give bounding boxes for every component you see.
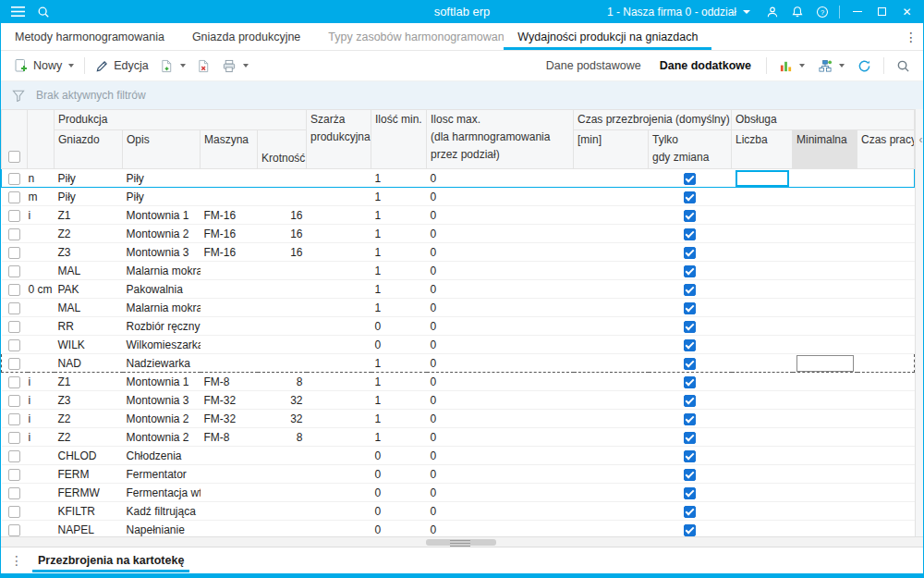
cell-ilosc-min[interactable]: 1	[371, 169, 427, 188]
cell-minimalna[interactable]	[793, 169, 857, 188]
cell-czas-pracy[interactable]	[857, 169, 915, 188]
cell-opis[interactable]: Nadziewarka	[123, 354, 201, 373]
cell-gniazdo[interactable]: Z2	[55, 410, 123, 428]
cell-szarza[interactable]	[307, 280, 371, 299]
column-krotnosc[interactable]: Krotność	[258, 130, 307, 169]
select-all-checkbox[interactable]	[8, 151, 20, 163]
view-additional-data-button[interactable]: Dane dodatkowe	[651, 54, 760, 78]
row-select-cell[interactable]	[2, 169, 28, 188]
row-checkbox[interactable]	[8, 395, 20, 407]
active-cell-editor[interactable]	[736, 170, 789, 187]
cell-szarza[interactable]	[307, 317, 371, 336]
cell-gniazdo[interactable]: NAD	[55, 354, 123, 373]
cell-tylko-gdy-zmiana[interactable]	[649, 225, 732, 243]
cell-szarza[interactable]	[307, 502, 371, 521]
cell-liczba[interactable]	[732, 299, 793, 317]
cell-czas-min[interactable]	[574, 206, 649, 225]
edit-button[interactable]: Edycja	[90, 54, 154, 78]
cell-tylko-gdy-zmiana[interactable]	[649, 521, 732, 537]
column-tylko-gdy-zmiana[interactable]: Tylko gdy zmiana	[649, 130, 732, 169]
user-button[interactable]	[760, 0, 784, 23]
cell-ilosc-min[interactable]: 1	[371, 373, 427, 391]
table-row[interactable]: iZ3Montownia 3FM-323210	[2, 391, 915, 410]
cell-szarza[interactable]	[307, 225, 371, 243]
table-row[interactable]: iZ2Montownia 2FM-8810	[2, 428, 915, 447]
cell-opis[interactable]: Fermentator	[123, 465, 201, 484]
cell-gniazdo[interactable]: FERM	[55, 465, 123, 484]
table-row[interactable]: Z3Montownia 3FM-161610	[2, 243, 915, 262]
cell-szarza[interactable]	[307, 465, 371, 484]
cell-ilosc-max[interactable]: 0	[427, 410, 574, 428]
cell-tylko-gdy-zmiana[interactable]	[649, 484, 732, 502]
cell-czas-min[interactable]	[574, 262, 649, 280]
cell-ilosc-max[interactable]: 0	[427, 373, 574, 391]
cell-liczba[interactable]	[732, 428, 793, 447]
bottom-tabs-menu-button[interactable]: ⋮	[1, 547, 32, 573]
cell-szarza[interactable]	[307, 354, 371, 373]
cell-ilosc-max[interactable]: 0	[427, 502, 574, 521]
cell-liczba[interactable]	[732, 391, 793, 410]
row-select-cell[interactable]	[2, 484, 28, 502]
row-checkbox[interactable]	[8, 432, 20, 444]
cell-ilosc-max[interactable]: 0	[427, 354, 574, 373]
cell-krotnosc[interactable]: 16	[258, 243, 307, 262]
company-selector[interactable]: 1 - Nasza firma 0 - oddział	[598, 0, 760, 23]
cell-maszyna[interactable]	[201, 447, 258, 465]
cell-czas-min[interactable]	[574, 428, 649, 447]
cell-czas-pracy[interactable]	[857, 391, 915, 410]
cell-ilosc-min[interactable]: 0	[371, 465, 427, 484]
cell-tylko-gdy-zmiana[interactable]	[649, 206, 732, 225]
cell-maszyna[interactable]: FM-8	[201, 428, 258, 447]
cell-gniazdo[interactable]: PAK	[55, 280, 123, 299]
maximize-button[interactable]	[869, 0, 894, 23]
cell-czas-min[interactable]	[574, 317, 649, 336]
cell-tylko-gdy-zmiana[interactable]	[649, 410, 732, 428]
cell-liczba[interactable]	[732, 188, 793, 206]
copy-document-button[interactable]	[154, 54, 191, 78]
checked-checkbox-icon[interactable]	[684, 524, 696, 536]
cell-tylko-gdy-zmiana[interactable]	[649, 299, 732, 317]
cell-krotnosc[interactable]: 8	[258, 373, 307, 391]
cell-ilosc-max[interactable]: 0	[427, 299, 574, 317]
cell-krotnosc[interactable]	[258, 188, 307, 206]
cell-krotnosc[interactable]	[258, 169, 307, 188]
cell-gniazdo[interactable]: WILK	[55, 336, 123, 354]
cell-maszyna[interactable]	[201, 336, 258, 354]
checked-checkbox-icon[interactable]	[684, 210, 696, 222]
cell-czas-pracy[interactable]	[857, 354, 915, 373]
cell-liczba[interactable]	[732, 280, 793, 299]
cell-czas-min[interactable]	[574, 188, 649, 206]
column-maszyna[interactable]: Maszyna	[201, 130, 258, 169]
cell-ilosc-max[interactable]: 0	[427, 243, 574, 262]
cell-krotnosc[interactable]	[258, 502, 307, 521]
cell-clipped[interactable]	[28, 502, 55, 521]
cell-ilosc-min[interactable]: 0	[371, 484, 427, 502]
cell-szarza[interactable]	[307, 206, 371, 225]
checked-checkbox-icon[interactable]	[684, 413, 696, 425]
row-checkbox[interactable]	[8, 228, 20, 240]
cell-szarza[interactable]	[307, 336, 371, 354]
cell-maszyna[interactable]	[201, 502, 258, 521]
help-button[interactable]: ?	[809, 0, 834, 23]
cell-tylko-gdy-zmiana[interactable]	[649, 280, 732, 299]
cell-ilosc-max[interactable]: 0	[427, 280, 574, 299]
cell-clipped[interactable]: i	[28, 428, 55, 447]
cell-czas-min[interactable]	[574, 521, 649, 537]
cell-minimalna[interactable]	[793, 206, 857, 225]
cell-clipped[interactable]: i	[28, 391, 55, 410]
cell-szarza[interactable]	[307, 373, 371, 391]
cell-maszyna[interactable]: FM-16	[201, 225, 258, 243]
cell-opis[interactable]: Piły	[123, 169, 201, 188]
cell-maszyna[interactable]	[201, 169, 258, 188]
cell-opis[interactable]: Fermentacja wt	[123, 484, 201, 502]
column-opis[interactable]: Opis	[123, 130, 201, 169]
splitter-grip[interactable]	[450, 540, 470, 547]
cell-ilosc-min[interactable]: 0	[371, 521, 427, 537]
checked-checkbox-icon[interactable]	[684, 395, 696, 407]
cell-szarza[interactable]	[307, 484, 371, 502]
cell-editor[interactable]	[796, 355, 854, 372]
cell-clipped[interactable]	[28, 317, 55, 336]
hamburger-menu-button[interactable]	[5, 0, 30, 23]
cell-clipped[interactable]: m	[28, 188, 55, 206]
checked-checkbox-icon[interactable]	[684, 228, 696, 240]
